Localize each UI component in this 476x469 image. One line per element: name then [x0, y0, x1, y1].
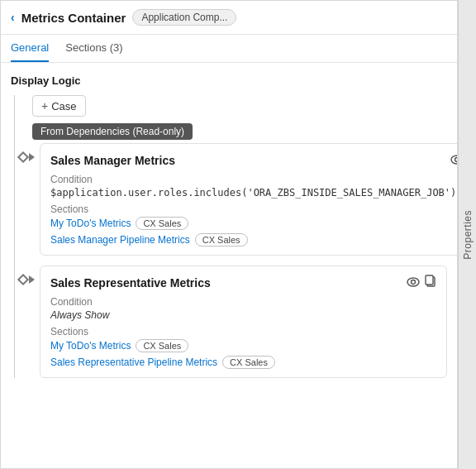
eye-icon[interactable] — [407, 275, 420, 290]
case-button[interactable]: + Case — [32, 95, 86, 117]
card-1-condition-label: Condition — [50, 174, 457, 185]
arrow-right-icon — [29, 275, 35, 284]
card-1-title: Sales Manager Metrics — [50, 154, 175, 167]
eye-icon[interactable] — [450, 153, 457, 168]
card-2-section-tag-1: CX Sales — [222, 356, 275, 369]
content-area: Display Logic + Case From Dependencies (… — [1, 63, 457, 468]
card-2-condition-value: Always Show — [50, 309, 436, 321]
diamond-icon — [17, 151, 29, 163]
card-1-section-tag-0: CX Sales — [136, 217, 188, 230]
tab-general[interactable]: General — [11, 35, 49, 62]
card-2-indicator — [19, 266, 35, 284]
card-1-wrapper: Sales Manager Metrics — [19, 143, 447, 256]
card-1-sections-label: Sections — [50, 203, 457, 215]
card-2-header: Sales Representative Metrics — [50, 275, 436, 291]
case-button-label: Case — [51, 100, 76, 112]
card-1-condition-value: $application.user.roles.includes('ORA_ZB… — [50, 187, 457, 199]
list-item: Sales Representative Pipeline Metrics CX… — [50, 356, 436, 369]
svg-point-4 — [407, 278, 419, 286]
case-row: + Case — [32, 95, 447, 117]
card-2-title: Sales Representative Metrics — [50, 276, 211, 290]
from-dependencies-badge: From Dependencies (Read-only) — [32, 123, 193, 140]
card-1-header: Sales Manager Metrics — [50, 152, 457, 169]
back-button[interactable]: ‹ — [11, 11, 15, 24]
card-2-sections-label: Sections — [50, 326, 436, 337]
svg-point-5 — [412, 280, 416, 285]
header: ‹ Metrics Container Application Comp... — [1, 1, 457, 35]
tab-sections[interactable]: Sections (3) — [65, 35, 122, 62]
card-2-sections: My ToDo's Metrics CX Sales Sales Represe… — [50, 339, 436, 369]
cards-area: Sales Manager Metrics — [19, 143, 447, 378]
list-item: Sales Manager Pipeline Metrics CX Sales — [50, 233, 457, 246]
card-2-section-link-0[interactable]: My ToDo's Metrics — [50, 340, 131, 352]
list-item: My ToDo's Metrics CX Sales — [50, 217, 457, 230]
card-2-wrapper: Sales Representative Metrics — [19, 266, 447, 378]
display-logic-section: Display Logic + Case From Dependencies (… — [11, 74, 447, 378]
display-logic-title: Display Logic — [11, 74, 447, 87]
properties-sidebar[interactable]: Properties — [458, 0, 476, 469]
tabs-bar: General Sections (3) — [1, 35, 457, 63]
svg-point-0 — [451, 156, 457, 164]
card-1-icons — [450, 152, 457, 169]
header-badge[interactable]: Application Comp... — [132, 9, 236, 26]
timeline-container: + Case From Dependencies (Read-only) — [11, 95, 447, 378]
card-1-section-link-1[interactable]: Sales Manager Pipeline Metrics — [50, 234, 190, 246]
copy-icon[interactable] — [425, 275, 436, 291]
arrow-right-icon — [29, 153, 35, 161]
card-1-sections: My ToDo's Metrics CX Sales Sales Manager… — [50, 217, 457, 246]
diamond-icon — [17, 274, 29, 285]
card-2-icons — [407, 275, 436, 291]
svg-rect-7 — [426, 275, 433, 285]
card-1: Sales Manager Metrics — [40, 143, 457, 256]
properties-label: Properties — [462, 210, 474, 260]
list-item: My ToDo's Metrics CX Sales — [50, 339, 436, 352]
card-2-section-tag-0: CX Sales — [136, 339, 188, 352]
card-1-section-link-0[interactable]: My ToDo's Metrics — [50, 218, 131, 229]
page-title: Metrics Container — [21, 11, 126, 25]
svg-point-1 — [455, 158, 457, 162]
card-2: Sales Representative Metrics — [40, 266, 447, 378]
card-2-section-link-1[interactable]: Sales Representative Pipeline Metrics — [50, 357, 217, 368]
plus-icon: + — [41, 99, 48, 112]
card-1-indicator — [19, 143, 35, 161]
card-1-section-tag-1: CX Sales — [195, 233, 248, 246]
card-2-condition-label: Condition — [50, 296, 436, 308]
